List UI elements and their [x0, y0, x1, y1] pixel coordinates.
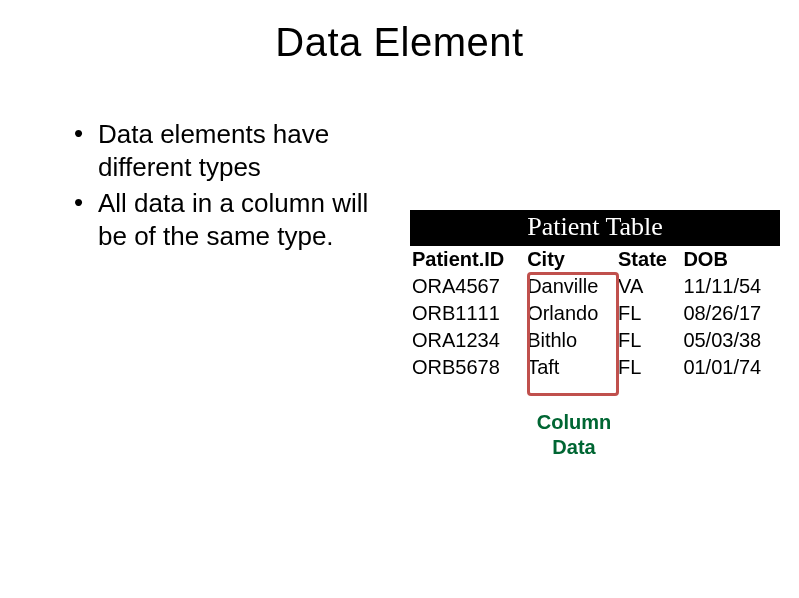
- patient-table: Patient.ID City State DOB ORA4567 Danvil…: [410, 246, 780, 381]
- cell-state: VA: [616, 273, 681, 300]
- cell-dob: 01/01/74: [681, 354, 780, 381]
- patient-table-container: Patient Table Patient.ID City State DOB …: [410, 210, 780, 381]
- col-header: Patient.ID: [410, 246, 525, 273]
- caption-line: Column: [537, 411, 611, 433]
- cell-dob: 08/26/17: [681, 300, 780, 327]
- col-header: City: [525, 246, 616, 273]
- table-row: ORA1234 Bithlo FL 05/03/38: [410, 327, 780, 354]
- cell-state: FL: [616, 327, 681, 354]
- col-header: State: [616, 246, 681, 273]
- table-caption: Patient Table: [410, 210, 780, 246]
- cell-city: Danville: [525, 273, 616, 300]
- bullet-item: Data elements have different types: [70, 118, 370, 183]
- cell-city: Orlando: [525, 300, 616, 327]
- bullet-text: All data in a column will be of the same…: [98, 188, 368, 251]
- table-row: ORB5678 Taft FL 01/01/74: [410, 354, 780, 381]
- table-header-row: Patient.ID City State DOB: [410, 246, 780, 273]
- col-header: DOB: [681, 246, 780, 273]
- cell-dob: 05/03/38: [681, 327, 780, 354]
- cell-city: Bithlo: [525, 327, 616, 354]
- cell-dob: 11/11/54: [681, 273, 780, 300]
- cell-state: FL: [616, 300, 681, 327]
- table-row: ORA4567 Danville VA 11/11/54: [410, 273, 780, 300]
- cell-patientid: ORB1111: [410, 300, 525, 327]
- table-row: ORB1111 Orlando FL 08/26/17: [410, 300, 780, 327]
- bullet-text: Data elements have different types: [98, 119, 329, 182]
- cell-state: FL: [616, 354, 681, 381]
- cell-patientid: ORA1234: [410, 327, 525, 354]
- cell-patientid: ORA4567: [410, 273, 525, 300]
- bullet-list: Data elements have different types All d…: [70, 118, 370, 256]
- cell-patientid: ORB5678: [410, 354, 525, 381]
- bullet-item: All data in a column will be of the same…: [70, 187, 370, 252]
- cell-city: Taft: [525, 354, 616, 381]
- column-data-label: Column Data: [524, 410, 624, 460]
- caption-line: Data: [552, 436, 595, 458]
- slide: Data Element Data elements have differen…: [0, 0, 799, 598]
- slide-title: Data Element: [0, 20, 799, 65]
